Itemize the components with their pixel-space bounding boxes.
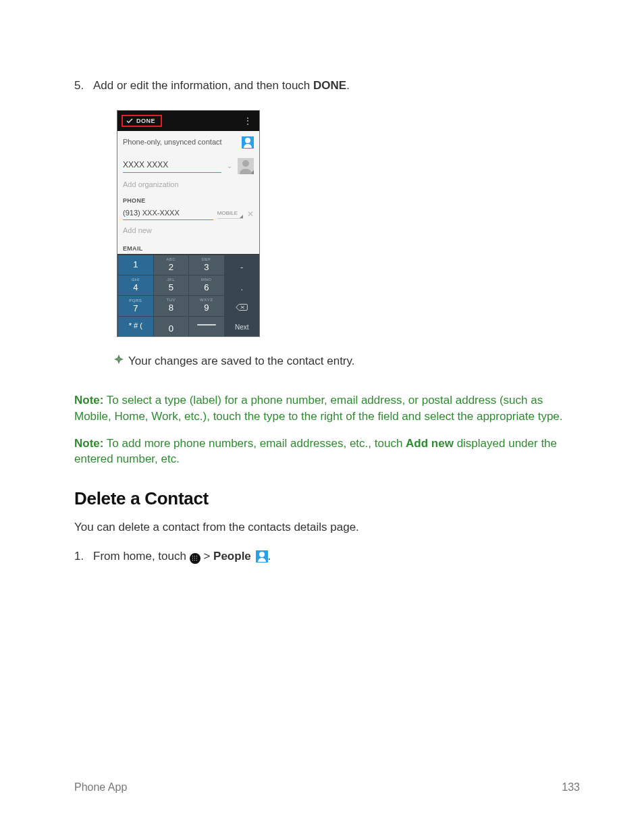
add-new-bold: Add new <box>406 437 454 450</box>
key-space[interactable] <box>188 316 224 336</box>
gt: > <box>203 550 210 563</box>
add-new-label: Add new <box>123 226 152 236</box>
key-2[interactable]: ABC2 <box>153 255 189 275</box>
step-5: 5. Add or edit the information, and then… <box>74 78 580 382</box>
key-0[interactable]: 0 <box>153 316 189 336</box>
name-field[interactable]: XXXX XXXX <box>123 159 221 173</box>
people-icon <box>256 550 268 563</box>
key-5[interactable]: JKL5 <box>153 275 189 295</box>
key-symbols[interactable]: * # ( <box>117 316 153 336</box>
key-9[interactable]: WXYZ9 <box>188 295 224 316</box>
step-body: Add or edit the information, and then to… <box>93 78 580 382</box>
dial-keypad: 1 ABC2 DEF3 - GHI4 JKL5 MNO6 . PQRS7 TUV… <box>117 255 259 336</box>
email-section-label: EMAIL <box>117 240 259 255</box>
key-4[interactable]: GHI4 <box>117 275 153 295</box>
footer-page-number: 133 <box>562 780 580 795</box>
done-word: DONE <box>313 79 346 92</box>
key-next[interactable]: Next <box>224 316 260 336</box>
key-dash[interactable]: - <box>224 255 260 275</box>
key-8[interactable]: TUV8 <box>153 295 189 316</box>
done-label: DONE <box>136 117 155 126</box>
step-body: From home, touch > People . <box>93 548 580 565</box>
remove-phone-icon[interactable]: ✕ <box>247 209 254 220</box>
key-3[interactable]: DEF3 <box>188 255 224 275</box>
note-label: Note: <box>74 394 103 407</box>
contact-photo-thumb[interactable] <box>238 158 254 174</box>
note-label: Note: <box>74 437 103 450</box>
heading-delete-contact: Delete a Contact <box>74 486 580 511</box>
result-text: Your changes are saved to the contact en… <box>128 353 355 369</box>
step-prefix: From home, touch <box>93 550 190 563</box>
key-6[interactable]: MNO6 <box>188 275 224 295</box>
key-7[interactable]: PQRS7 <box>117 295 153 316</box>
key-dot[interactable]: . <box>224 275 260 295</box>
people-word: People <box>213 550 251 563</box>
footer-section: Phone App <box>74 780 127 795</box>
account-type-row[interactable]: Phone-only, unsynced contact <box>117 131 259 154</box>
diamond-icon <box>109 355 128 364</box>
step-text-suffix: . <box>346 79 350 92</box>
note-prefix: To add more phone numbers, email address… <box>103 437 406 450</box>
delete-intro: You can delete a contact from the contac… <box>74 519 580 536</box>
phone-mock: DONE ⋮ Phone-only, unsynced contact XXXX… <box>117 110 260 337</box>
result-bullet: Your changes are saved to the contact en… <box>109 353 580 369</box>
phone-type-selector[interactable]: MOBILE <box>217 209 243 219</box>
backspace-icon <box>236 303 248 311</box>
editor-top-bar: DONE ⋮ <box>117 111 259 131</box>
phone-number-row: (913) XXX-XXXX MOBILE ✕ <box>117 207 259 221</box>
chevron-down-icon[interactable]: ⌄ <box>227 161 232 171</box>
page-footer: Phone App 133 <box>74 780 580 795</box>
done-button[interactable]: DONE <box>122 115 162 128</box>
step-text: Add or edit the information, and then to… <box>93 79 313 92</box>
add-new-phone[interactable]: Add new <box>117 221 259 240</box>
step-suffix: . <box>268 550 271 563</box>
key-1[interactable]: 1 <box>117 255 153 275</box>
add-organization[interactable]: Add organization <box>117 176 259 194</box>
space-bar-icon <box>197 324 216 325</box>
note-1: Note: To select a type (label) for a pho… <box>74 392 580 425</box>
people-icon <box>242 136 254 149</box>
step-number: 1. <box>74 548 93 565</box>
step-number: 5. <box>74 78 93 382</box>
account-type-label: Phone-only, unsynced contact <box>123 137 222 147</box>
delete-step-1: 1. From home, touch > People . <box>74 548 580 565</box>
note-2: Note: To add more phone numbers, email a… <box>74 436 580 468</box>
phone-section-label: PHONE <box>117 194 259 207</box>
screenshot-container: DONE ⋮ Phone-only, unsynced contact XXXX… <box>117 110 580 337</box>
add-org-label: Add organization <box>123 180 179 190</box>
key-backspace[interactable] <box>224 295 260 316</box>
check-icon <box>126 117 134 125</box>
name-row: XXXX XXXX ⌄ <box>117 154 259 176</box>
edit-form: Phone-only, unsynced contact XXXX XXXX ⌄… <box>117 131 259 336</box>
phone-number-field[interactable]: (913) XXX-XXXX <box>123 208 213 220</box>
apps-icon <box>190 553 200 564</box>
document-page: 5. Add or edit the information, and then… <box>0 0 644 834</box>
overflow-menu-icon[interactable]: ⋮ <box>243 116 255 126</box>
note-text: To select a type (label) for a phone num… <box>74 394 563 423</box>
